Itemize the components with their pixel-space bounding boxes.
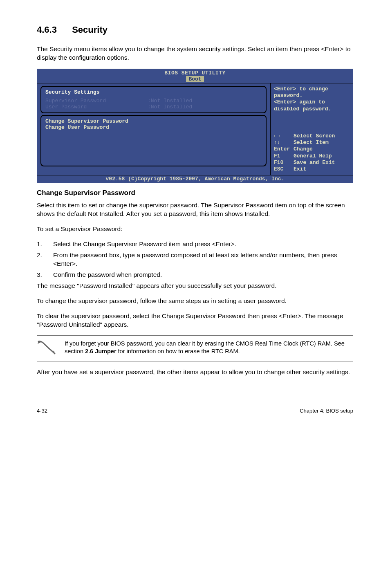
bios-key: F1 xyxy=(274,153,294,159)
subheading-change-supervisor: Change Supervisor Password xyxy=(37,189,353,197)
arrows-ud-icon: ↑↓ xyxy=(274,139,294,146)
bios-left-pane: Security Settings Supervisor Password :N… xyxy=(37,83,270,175)
bios-key-desc: Select Item xyxy=(294,139,329,146)
bios-key-desc: Select Screen xyxy=(294,133,335,139)
list-text: Select the Change Supervisor Password it… xyxy=(53,240,236,249)
bios-help-text: <Enter> to change password. <Enter> agai… xyxy=(274,86,350,112)
list-item: 1.Select the Change Supervisor Password … xyxy=(37,240,353,249)
paragraph: After you have set a supervisor password… xyxy=(37,368,353,377)
bios-help-line: disabled password. xyxy=(274,106,350,112)
bios-help-line: password. xyxy=(274,92,350,99)
bios-value: :Not Installed xyxy=(148,98,192,104)
bios-help-line: <Enter> to change xyxy=(274,86,350,92)
bios-panel-title: Security Settings xyxy=(45,89,262,95)
paragraph: Select this item to set or change the su… xyxy=(37,201,353,218)
bios-key-desc: General Help xyxy=(294,153,332,159)
list-item: 3.Confirm the password when prompted. xyxy=(37,271,353,279)
bios-change-user[interactable]: Change User Password xyxy=(45,124,262,130)
bios-label: User Password xyxy=(45,104,148,110)
intro-paragraph: The Security menu items allow you to cha… xyxy=(37,45,353,62)
chapter-label: Chapter 4: BIOS setup xyxy=(300,408,353,414)
section-number: 4.6.3 xyxy=(37,25,69,35)
list-item: 2.From the password box, type a password… xyxy=(37,251,353,268)
arrows-lr-icon: ←→ xyxy=(274,133,294,139)
bios-change-supervisor[interactable]: Change Supervisor Password xyxy=(45,118,262,124)
bios-key-desc: Exit xyxy=(294,166,306,173)
paragraph: To set a Supervisor Password: xyxy=(37,225,353,233)
list-text: Confirm the password when prompted. xyxy=(53,271,162,279)
page-footer: 4-32 Chapter 4: BIOS setup xyxy=(37,383,353,414)
paragraph: To change the supervisor password, follo… xyxy=(37,297,353,305)
paragraph: To clear the supervisor password, select… xyxy=(37,312,353,329)
bios-key-desc: Change xyxy=(294,146,313,153)
list-marker: 2. xyxy=(37,251,53,268)
bios-key: ESC xyxy=(274,166,294,173)
bios-header: BIOS SETUP UTILITY xyxy=(37,69,353,76)
page-number: 4-32 xyxy=(37,408,47,414)
bios-tab-boot[interactable]: Boot xyxy=(186,76,204,82)
bios-value: :Not Installed xyxy=(148,104,192,110)
bios-actions-panel: Change Supervisor Password Change User P… xyxy=(40,115,267,166)
note-icon xyxy=(37,340,56,357)
bios-row-user: User Password :Not Installed xyxy=(45,104,262,110)
bios-screenshot: BIOS SETUP UTILITY Boot Security Setting… xyxy=(37,69,353,184)
bios-security-panel: Security Settings Supervisor Password :N… xyxy=(40,86,267,113)
bios-key-legend: ←→Select Screen ↑↓Select Item EnterChang… xyxy=(274,133,350,173)
paragraph: The message "Password Installed" appears… xyxy=(37,282,353,290)
note-callout: If you forget your BIOS password, you ca… xyxy=(37,335,353,361)
section-title: Security xyxy=(72,25,108,35)
section-heading: 4.6.3 Security xyxy=(37,25,353,35)
bios-row-supervisor: Supervisor Password :Not Installed xyxy=(45,98,262,104)
list-text: From the password box, type a password c… xyxy=(53,251,353,268)
bios-label: Supervisor Password xyxy=(45,98,148,104)
bios-help-line: <Enter> again to xyxy=(274,99,350,105)
bios-title: BIOS SETUP UTILITY xyxy=(164,70,225,76)
bios-footer: v02.58 (C)Copyright 1985-2007, American … xyxy=(37,175,353,183)
list-marker: 3. xyxy=(37,271,53,279)
bios-key-desc: Save and Exit xyxy=(294,159,335,166)
bios-key: F10 xyxy=(274,159,294,166)
steps-list: 1.Select the Change Supervisor Password … xyxy=(37,240,353,279)
bios-key: Enter xyxy=(274,146,294,153)
bios-right-pane: <Enter> to change password. <Enter> agai… xyxy=(270,83,353,175)
list-marker: 1. xyxy=(37,240,53,249)
bios-tab-bar: Boot xyxy=(37,76,353,83)
note-post: for information on how to erase the RTC … xyxy=(117,348,240,355)
note-bold: 2.6 Jumper xyxy=(85,348,117,355)
note-text: If you forget your BIOS password, you ca… xyxy=(65,340,353,355)
